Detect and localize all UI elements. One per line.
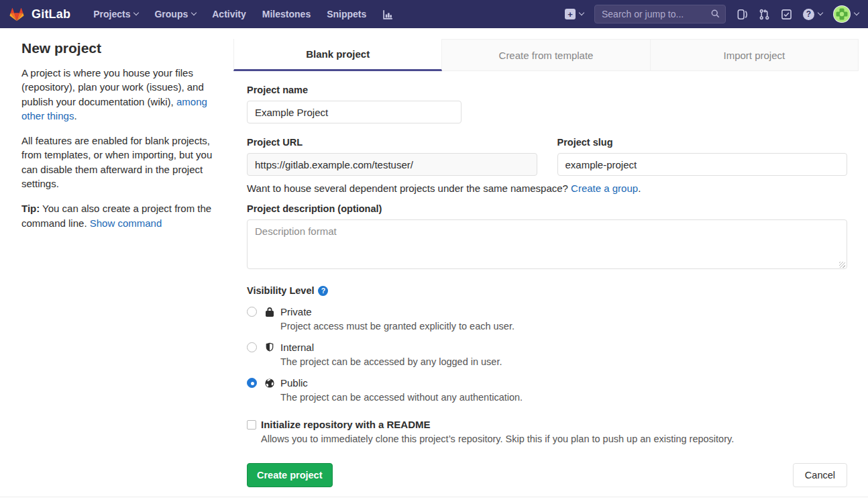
issues-icon xyxy=(737,9,748,20)
tip-label: Tip: xyxy=(21,203,40,214)
form-actions: Create project Cancel xyxy=(247,463,847,487)
visibility-level-label: Visibility Level xyxy=(247,285,314,296)
sidebar-tip: Tip: You can also create a project from … xyxy=(21,201,213,230)
project-description-label: Project description (optional) xyxy=(247,203,847,214)
show-command-link[interactable]: Show command xyxy=(90,217,162,229)
search-icon xyxy=(710,9,720,21)
readme-section: Initialize repository with a README Allo… xyxy=(247,419,847,444)
nav-snippets-label: Snippets xyxy=(327,9,366,19)
private-radio[interactable] xyxy=(247,307,257,317)
nav-groups[interactable]: Groups xyxy=(146,0,204,28)
user-menu-button[interactable] xyxy=(833,5,859,23)
sidebar-paragraph-1: A project is where you house your files … xyxy=(21,66,213,123)
readme-row: Initialize repository with a README xyxy=(247,419,847,430)
project-slug-input[interactable] xyxy=(557,153,848,176)
nav-projects-label: Projects xyxy=(93,9,130,19)
project-name-label: Project name xyxy=(247,85,847,95)
tab-create-from-template-label: Create from template xyxy=(499,50,594,61)
nav-instance-statistics[interactable] xyxy=(374,0,402,28)
nav-groups-label: Groups xyxy=(154,9,188,19)
globe-icon xyxy=(264,378,276,389)
help-menu-button[interactable]: ? xyxy=(803,9,822,20)
project-slug-label: Project slug xyxy=(557,137,848,148)
new-project-main: Blank project Create from template Impor… xyxy=(233,39,859,487)
namespace-hint-text: Want to house several dependent projects… xyxy=(247,183,571,194)
project-description-wrap xyxy=(247,219,847,272)
readme-checkbox[interactable] xyxy=(247,420,256,430)
nav-milestones-label: Milestones xyxy=(262,9,311,19)
tab-import-project[interactable]: Import project xyxy=(651,39,859,71)
page-bottom-divider xyxy=(0,497,868,497)
help-icon: ? xyxy=(803,9,814,20)
project-name-input[interactable] xyxy=(247,101,462,123)
tab-blank-project[interactable]: Blank project xyxy=(233,39,442,71)
nav-activity[interactable]: Activity xyxy=(204,0,254,28)
url-slug-row: Project URL Project slug xyxy=(247,137,847,176)
create-project-button[interactable]: Create project xyxy=(247,463,333,487)
tab-create-from-template[interactable]: Create from template xyxy=(442,39,650,71)
new-menu-button[interactable]: + xyxy=(565,9,584,19)
merge-requests-button[interactable] xyxy=(759,9,770,20)
public-description: The project can be accessed without any … xyxy=(280,392,847,403)
internal-radio[interactable] xyxy=(247,342,257,352)
avatar xyxy=(833,5,851,23)
tab-import-project-label: Import project xyxy=(723,50,785,61)
visibility-internal-head: Internal xyxy=(247,342,847,353)
visibility-public-head: Public xyxy=(247,377,847,389)
visibility-option-private: Private Project access must be granted e… xyxy=(247,306,847,332)
internal-title: Internal xyxy=(280,342,314,353)
todos-button[interactable] xyxy=(781,9,792,20)
private-title: Private xyxy=(280,306,312,317)
nav-activity-label: Activity xyxy=(212,9,246,19)
chevron-down-icon xyxy=(854,10,859,15)
nav-projects[interactable]: Projects xyxy=(85,0,146,28)
merge-request-icon xyxy=(759,9,770,20)
visibility-option-internal: Internal The project can be accessed by … xyxy=(247,342,847,367)
internal-description: The project can be accessed by any logge… xyxy=(280,356,847,367)
issues-button[interactable] xyxy=(737,9,748,20)
sidebar-paragraph-2: All features are enabled for blank proje… xyxy=(21,134,213,191)
shield-icon xyxy=(264,342,276,353)
primary-nav: Projects Groups Activity Milestones Snip… xyxy=(85,0,402,28)
project-url-column: Project URL xyxy=(247,137,537,176)
search-input[interactable] xyxy=(594,5,726,23)
project-slug-column: Project slug xyxy=(557,137,848,176)
public-radio[interactable] xyxy=(247,378,257,388)
lock-icon xyxy=(264,307,276,317)
global-search xyxy=(594,5,726,23)
page-content: New project A project is where you house… xyxy=(0,28,868,487)
namespace-hint: Want to house several dependent projects… xyxy=(247,183,847,194)
chevron-down-icon xyxy=(191,10,197,15)
project-type-tabs: Blank project Create from template Impor… xyxy=(233,39,859,71)
project-url-label: Project URL xyxy=(247,137,537,148)
chevron-down-icon xyxy=(579,10,584,15)
bar-chart-icon xyxy=(382,9,394,20)
page-title: New project xyxy=(21,40,213,56)
create-a-group-link[interactable]: Create a group xyxy=(571,183,638,194)
visibility-option-public: Public The project can be accessed witho… xyxy=(247,377,847,403)
cancel-button[interactable]: Cancel xyxy=(793,463,847,487)
public-title: Public xyxy=(280,377,308,389)
todo-check-icon xyxy=(781,9,792,20)
nav-snippets[interactable]: Snippets xyxy=(319,0,374,28)
readme-description: Allows you to immediately clone this pro… xyxy=(261,434,847,444)
nav-milestones[interactable]: Milestones xyxy=(254,0,319,28)
private-description: Project access must be granted explicitl… xyxy=(280,321,847,332)
namespace-hint-period: . xyxy=(638,183,641,194)
project-url-input[interactable] xyxy=(247,153,537,176)
project-description-textarea[interactable] xyxy=(247,219,847,269)
visibility-help-icon[interactable]: ? xyxy=(318,286,328,296)
sidebar-p1-period: . xyxy=(74,110,76,121)
new-project-sidebar: New project A project is where you house… xyxy=(21,39,213,487)
new-project-form: Project name Project URL Project slug Wa… xyxy=(233,71,859,487)
navbar-right-controls: + xyxy=(565,5,859,23)
gitlab-logo-home-link[interactable]: GitLab xyxy=(8,5,70,23)
resize-handle[interactable] xyxy=(839,262,845,268)
chevron-down-icon xyxy=(133,10,139,15)
visibility-level-header: Visibility Level ? xyxy=(247,285,847,296)
tab-blank-project-label: Blank project xyxy=(306,48,370,60)
top-navbar: GitLab Projects Groups Activity Mileston… xyxy=(0,0,868,28)
plus-icon: + xyxy=(565,9,576,19)
chevron-down-icon xyxy=(818,10,823,15)
visibility-private-head: Private xyxy=(247,306,847,317)
